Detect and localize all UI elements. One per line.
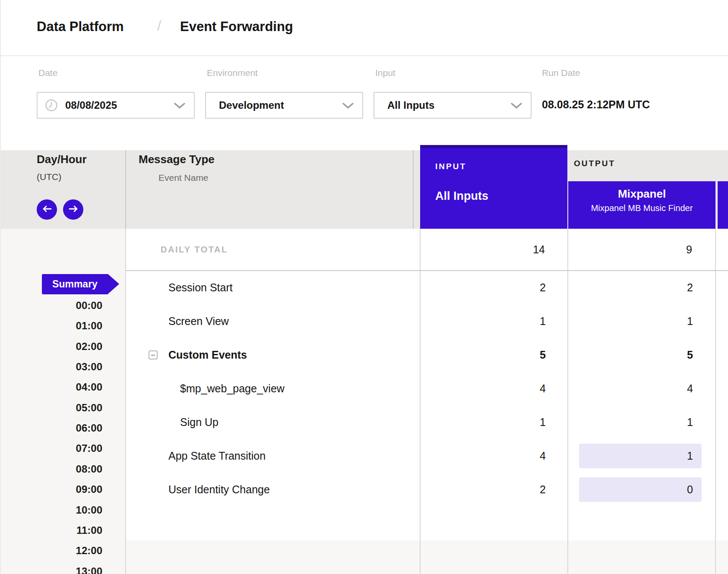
input-filter-label: Input: [375, 68, 396, 78]
summary-badge-label: Summary: [42, 274, 108, 294]
chevron-down-icon: [511, 103, 522, 110]
event-name-label: Sign Up: [180, 405, 218, 439]
hour-item[interactable]: 06:00: [1, 418, 102, 438]
output-column-header[interactable]: Mixpanel Mixpanel MB Music Finder: [568, 181, 715, 229]
output-count-value: 5: [687, 338, 693, 372]
page-title: Event Forwarding: [180, 19, 293, 35]
table-row: Screen View11: [1, 304, 728, 338]
input-column-header[interactable]: INPUT All Inputs: [420, 145, 567, 229]
input-count-value: 4: [540, 439, 546, 473]
output-column-kicker: OUTPUT: [574, 159, 615, 168]
output-count-value: 2: [687, 271, 693, 304]
column-divider: [413, 150, 414, 229]
collapse-minus-icon[interactable]: [149, 350, 158, 360]
date-filter-label: Date: [38, 68, 57, 78]
arrow-right-icon: [68, 205, 79, 214]
table-row: Sign Up11: [1, 405, 728, 439]
event-name-label: Custom Events: [168, 338, 247, 372]
event-name-label: Session Start: [168, 271, 233, 304]
breadcrumb-section[interactable]: Data Platform: [37, 19, 124, 35]
hour-item[interactable]: 05:00: [1, 398, 102, 418]
table-bottom-filler: [126, 540, 728, 574]
next-day-button[interactable]: [63, 199, 83, 220]
environment-select[interactable]: Development: [205, 92, 363, 119]
hour-item[interactable]: 10:00: [1, 500, 102, 520]
output-column-next-partial[interactable]: [718, 181, 728, 229]
environment-select-value: Development: [219, 93, 284, 118]
hour-item[interactable]: 03:00: [1, 357, 102, 377]
hour-item[interactable]: 01:00: [1, 316, 102, 336]
table-row: User Identity Change20: [1, 473, 728, 506]
hour-item[interactable]: 08:00: [1, 459, 102, 479]
hour-item[interactable]: 13:00: [1, 561, 102, 574]
dropped-count-highlight: [579, 477, 702, 502]
input-count-value: 1: [540, 304, 546, 338]
hour-item[interactable]: 02:00: [1, 337, 102, 356]
environment-filter-label: Environment: [207, 68, 258, 78]
hour-item[interactable]: 04:00: [1, 377, 102, 397]
input-count-value: 5: [540, 338, 546, 372]
day-hour-column-title: Day/Hour: [37, 153, 87, 166]
output-count-value: 1: [687, 439, 693, 473]
daily-total-label: DAILY TOTAL: [161, 229, 228, 271]
table-row: App State Transition41: [1, 439, 728, 473]
input-column-kicker: INPUT: [435, 162, 466, 171]
prev-day-button[interactable]: [37, 199, 57, 220]
event-name-label: $mp_web_page_view: [180, 372, 285, 405]
output-count-value: 1: [687, 405, 693, 439]
output-count-value: 1: [687, 304, 693, 338]
input-select-value: All Inputs: [387, 93, 434, 118]
date-select[interactable]: 08/08/2025: [37, 92, 195, 119]
header-divider: [1, 55, 728, 56]
run-date-value: 08.08.25 2:12PM UTC: [542, 98, 650, 111]
hour-item[interactable]: 07:00: [1, 438, 102, 458]
input-select[interactable]: All Inputs: [373, 92, 532, 119]
output-column-name: Mixpanel: [568, 187, 715, 201]
event-name-label: User Identity Change: [168, 473, 270, 506]
summary-badge-arrow: [108, 274, 119, 294]
chevron-down-icon: [342, 103, 354, 110]
input-column-name: All Inputs: [435, 189, 488, 203]
hour-item[interactable]: 00:00: [1, 296, 102, 315]
event-forwarding-page: Data Platform / Event Forwarding Date En…: [0, 0, 728, 574]
daily-total-input-value: 14: [533, 229, 545, 271]
input-count-value: 2: [540, 473, 546, 506]
breadcrumb-separator: /: [157, 17, 161, 34]
output-count-value: 4: [687, 372, 693, 405]
message-type-column-title: Message Type: [139, 153, 215, 166]
hour-item[interactable]: 09:00: [1, 479, 102, 499]
output-count-value: 0: [687, 473, 693, 506]
chevron-down-icon: [174, 103, 185, 110]
clock-icon: [45, 99, 58, 114]
input-count-value: 4: [540, 372, 546, 405]
event-name-label: Screen View: [168, 304, 229, 338]
day-hour-column-subtitle: (UTC): [37, 172, 61, 182]
input-count-value: 2: [540, 271, 546, 304]
output-column-subtitle: Mixpanel MB Music Finder: [568, 203, 715, 213]
run-date-label: Run Date: [542, 68, 580, 78]
daily-total-output-value: 9: [686, 229, 692, 271]
input-count-value: 1: [540, 405, 546, 439]
hour-item[interactable]: 11:00: [1, 520, 102, 540]
event-name-column-subtitle: Event Name: [158, 173, 209, 183]
date-select-value: 08/08/2025: [65, 93, 117, 118]
table-row: $mp_web_page_view44: [1, 372, 728, 405]
hour-item[interactable]: 12:00: [1, 541, 102, 561]
table-row: Custom Events55: [1, 338, 728, 372]
dropped-count-highlight: [579, 444, 702, 468]
arrow-left-icon: [42, 205, 52, 214]
column-divider: [125, 150, 126, 229]
event-name-label: App State Transition: [168, 439, 266, 473]
